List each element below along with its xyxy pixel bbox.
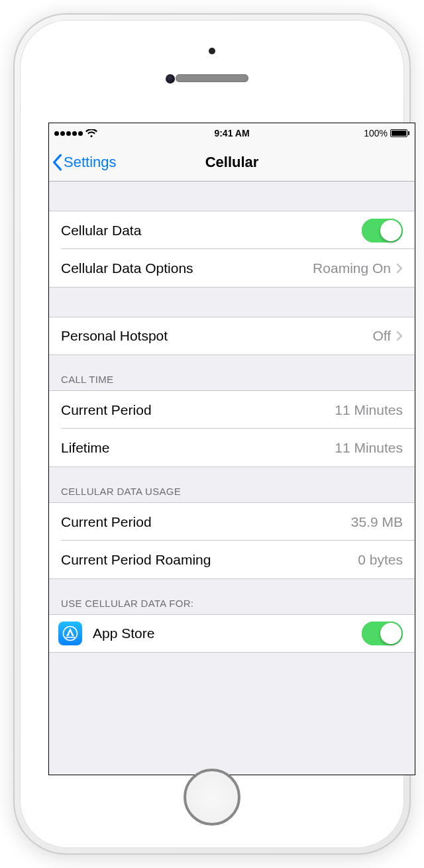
data-usage-header: CELLULAR DATA USAGE [49, 467, 415, 502]
status-time: 9:41 AM [214, 128, 249, 138]
proximity-sensor [209, 48, 215, 54]
status-bar: 9:41 AM 100% [49, 123, 415, 143]
chevron-right-icon [396, 331, 403, 341]
use-data-for-header: USE CELLULAR DATA FOR: [49, 579, 415, 614]
back-label: Settings [64, 154, 117, 171]
data-usage-roaming-label: Current Period Roaming [61, 552, 358, 568]
cellular-data-options-label: Cellular Data Options [61, 260, 313, 276]
battery-icon [390, 129, 409, 137]
data-usage-roaming-row: Current Period Roaming 0 bytes [49, 541, 415, 579]
app-store-label: App Store [93, 625, 362, 641]
chevron-right-icon [396, 263, 403, 274]
iphone-frame: 9:41 AM 100% Settings Cellular [13, 13, 411, 855]
data-usage-current-value: 35.9 MB [351, 514, 403, 530]
personal-hotspot-row[interactable]: Personal Hotspot Off [49, 317, 415, 355]
iphone-bezel: 9:41 AM 100% Settings Cellular [20, 20, 404, 848]
battery-percent: 100% [364, 128, 388, 138]
wifi-icon [85, 129, 97, 138]
data-usage-current-row: Current Period 35.9 MB [49, 502, 415, 541]
cellular-data-row[interactable]: Cellular Data [49, 211, 415, 249]
app-store-toggle[interactable] [362, 622, 403, 645]
app-store-icon [58, 622, 82, 645]
cellular-data-options-value: Roaming On [313, 260, 391, 276]
call-time-lifetime-value: 11 Minutes [335, 440, 403, 456]
back-button[interactable]: Settings [49, 154, 117, 171]
screen: 9:41 AM 100% Settings Cellular [48, 123, 415, 775]
cellular-data-toggle[interactable] [362, 219, 403, 243]
personal-hotspot-label: Personal Hotspot [61, 328, 372, 344]
cellular-data-options-row[interactable]: Cellular Data Options Roaming On [49, 249, 415, 288]
call-time-header: CALL TIME [49, 355, 415, 390]
front-camera [166, 74, 175, 83]
call-time-current-label: Current Period [61, 402, 335, 418]
personal-hotspot-value: Off [372, 328, 391, 344]
app-store-row[interactable]: App Store [49, 614, 415, 653]
chevron-left-icon [52, 154, 62, 171]
svg-rect-1 [66, 637, 75, 638]
data-usage-roaming-value: 0 bytes [358, 552, 403, 568]
home-button[interactable] [184, 769, 240, 826]
signal-strength-icon [54, 131, 83, 136]
call-time-current-value: 11 Minutes [335, 402, 403, 418]
earpiece-speaker [176, 74, 248, 82]
data-usage-current-label: Current Period [61, 514, 351, 530]
nav-bar: Settings Cellular [49, 143, 415, 182]
call-time-lifetime-row: Lifetime 11 Minutes [49, 429, 415, 467]
call-time-lifetime-label: Lifetime [61, 440, 335, 456]
cellular-data-label: Cellular Data [61, 223, 362, 239]
call-time-current-row: Current Period 11 Minutes [49, 390, 415, 429]
